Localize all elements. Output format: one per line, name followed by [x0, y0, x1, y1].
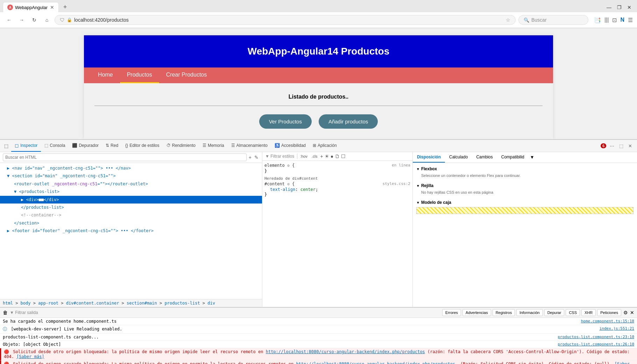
ver-productos-button[interactable]: Ver Productos	[259, 114, 312, 129]
home-button[interactable]: ⌂	[42, 15, 52, 25]
html-tree-line[interactable]: <!--container-->	[0, 211, 262, 219]
close-window-button[interactable]: ✕	[627, 5, 631, 10]
css-gear-icon[interactable]: ⚙	[287, 163, 290, 168]
console-registros-button[interactable]: Registros	[493, 309, 515, 316]
button-row: Ver Productos Añadir productos	[94, 114, 543, 129]
add-rule-icon[interactable]: +	[320, 154, 323, 159]
layout-tab-compatibilidad[interactable]: Compatibilid	[497, 152, 529, 163]
css-filter-label: ▼ Filtrar estilos	[265, 154, 294, 159]
console-line: ⓘ [webpack-dev-server] Live Reloading en…	[0, 325, 637, 334]
grid-description: No hay rejillas CSS en uso en esta págin…	[416, 190, 634, 194]
devtools-tab-almacenamiento[interactable]: ☰ Almacenamiento	[228, 140, 271, 151]
new-tab-button[interactable]: +	[60, 2, 70, 12]
grid-title[interactable]: ▼ Rejilla	[416, 183, 634, 188]
menu-icon[interactable]: ☰	[628, 17, 633, 23]
console-settings-icon[interactable]: ⚙	[623, 310, 628, 315]
devtools-main: + ✎ ▶ <nav id="nav" _ngcontent-cng-c51="…	[0, 152, 637, 307]
nav-crear-link[interactable]: Crear Productos	[159, 67, 214, 83]
html-tree-line[interactable]: <router-outlet _ngcontent-cng-c51=""></r…	[0, 180, 262, 188]
page-content: Listado de productos.. Ver Productos Aña…	[84, 83, 553, 139]
css-gear-content-icon[interactable]: ⚙	[287, 182, 290, 186]
reload-button[interactable]: ↻	[29, 15, 39, 25]
profile-icon[interactable]: N	[620, 17, 624, 23]
devtools-picker-icon[interactable]: ⬚	[1, 141, 11, 151]
console-trash-icon[interactable]: 🗑	[3, 310, 8, 315]
devtools-tab-editor[interactable]: {} Editor de estilos	[122, 140, 163, 151]
address-bar[interactable]: 🛡 🔒 localhost:4200/productos ☆	[55, 15, 516, 25]
box-model-title[interactable]: ▼ Modelo de caja	[416, 200, 634, 205]
console-peticiones-button[interactable]: Peticiones	[597, 309, 621, 316]
devtools-more-icon[interactable]: ⋯	[608, 143, 616, 149]
console-content: Se ha cargado el componente home.compone…	[0, 318, 637, 364]
devtools-tab-rendimiento[interactable]: ⏱ Rendimiento	[163, 140, 199, 151]
layout-tab-cambios[interactable]: Cambios	[472, 152, 497, 163]
html-tree-line[interactable]: </section>	[0, 219, 262, 227]
layout-tab-calculado[interactable]: Calculado	[445, 152, 472, 163]
add-node-icon[interactable]: +	[248, 154, 252, 161]
grid-arrow-icon: ▼	[416, 184, 420, 188]
bookmark-icon[interactable]: 📑	[594, 17, 601, 23]
devtools-tab-consola[interactable]: ⬚ Consola	[41, 140, 69, 151]
devtools-tab-aplicacion[interactable]: ⊞ Aplicación	[309, 140, 340, 151]
devtools-tab-depurador[interactable]: ⬛ Depurador	[69, 140, 102, 151]
devtools-tab-inspector[interactable]: ◻ Inspector	[11, 140, 41, 152]
moon-icon[interactable]: ●	[331, 154, 333, 159]
html-tree-line[interactable]: ▶ <nav id="nav" _ngcontent-cng-c51=""> •…	[0, 164, 262, 172]
console-source-link[interactable]: productos-list.component.ts:23:10	[558, 335, 634, 339]
css-hov-button[interactable]: :hov	[297, 154, 309, 159]
html-search-input[interactable]	[3, 154, 247, 161]
console-advertencias-button[interactable]: Advertencias	[462, 309, 491, 316]
page-color-icon[interactable]: 🗋	[335, 154, 340, 159]
nav-productos-link[interactable]: Productos	[120, 67, 159, 83]
maximize-button[interactable]: ❐	[617, 5, 622, 10]
tab-grid-icon[interactable]: ⊡	[612, 17, 617, 23]
nav-home-link[interactable]: Home	[91, 67, 120, 83]
html-tree-line-selected[interactable]: ▶ <div>■■</div>	[0, 196, 262, 204]
depurador-icon: ⬛	[72, 143, 77, 148]
flexbox-section: ▼ Flexbox Seleccione un contenedor o ele…	[416, 166, 634, 178]
layout-css-icon[interactable]: ☐	[341, 154, 346, 159]
css-cls-button[interactable]: .cls	[310, 154, 319, 159]
devtools-tab-memoria[interactable]: ☰ Memoria	[199, 140, 228, 151]
console-line: Objeto: [object Object] productos-list.c…	[0, 341, 637, 348]
tab-close-button[interactable]: ✕	[50, 5, 54, 10]
sidebar-icon[interactable]: |||	[604, 17, 609, 23]
html-tree-line[interactable]: </productos-list>	[0, 204, 262, 211]
back-button[interactable]: ←	[4, 15, 14, 25]
console-source-link[interactable]: index.js:551:21	[600, 326, 634, 331]
flexbox-title[interactable]: ▼ Flexbox	[416, 166, 634, 171]
bookmark-star-icon[interactable]: ☆	[506, 17, 510, 23]
devtools-tab-accesibilidad[interactable]: ♿ Accesibilidad	[271, 140, 309, 151]
console-errores-button[interactable]: Errores	[442, 309, 461, 316]
browser-tab[interactable]: A WebappAngular ✕	[3, 2, 59, 12]
pick-element-icon[interactable]: ✎	[254, 154, 259, 161]
minimize-button[interactable]: —	[607, 5, 611, 10]
browser-nav-icons: 📑 ||| ⊡ N ☰	[591, 17, 633, 23]
devtools-close-icon[interactable]: ✕	[627, 143, 634, 149]
forward-button[interactable]: →	[17, 15, 27, 25]
separator	[94, 106, 543, 106]
devtools-end-icons: 6 ⋯ ⬚ ✕	[599, 143, 636, 149]
console-close-icon[interactable]: ✕	[630, 310, 634, 315]
sun-icon[interactable]: ☀	[325, 154, 329, 159]
console-depurar-button[interactable]: Depurar	[544, 309, 565, 316]
page-header: WebApp-Angular14 Productos	[84, 35, 553, 67]
grid-section: ▼ Rejilla No hay rejillas CSS en uso en …	[416, 183, 634, 194]
css-inherited-label: Heredado de div#content	[264, 176, 410, 181]
console-xhr-button[interactable]: XHR	[581, 309, 596, 316]
console-toolbar: 🗑 ▼ Filtrar salida Errores Advertencias …	[0, 308, 637, 318]
devtools-layout-icon[interactable]: ⬚	[618, 143, 625, 149]
html-tree-line[interactable]: ▼ <section id="main" _ngcontent-cng-c51=…	[0, 172, 262, 180]
console-informacion-button[interactable]: Información	[516, 309, 543, 316]
html-tree-line[interactable]: ▼ <productos-list>	[0, 188, 262, 195]
layout-tab-more-icon[interactable]: ▼	[529, 152, 536, 163]
console-css-button[interactable]: CSS	[566, 309, 580, 316]
lock-icon: 🔒	[67, 17, 72, 22]
layout-tab-disposicion[interactable]: Disposición	[413, 152, 445, 163]
devtools-tab-red[interactable]: ⇅ Red	[102, 140, 122, 151]
search-bar[interactable]: 🔍 Buscar	[518, 15, 588, 25]
html-tree-line[interactable]: ▶ <footer id="footer" _ngcontent-cng-c51…	[0, 227, 262, 235]
añadir-productos-button[interactable]: Añadir productos	[319, 114, 378, 129]
console-source-link[interactable]: home.component.ts:15:10	[581, 319, 634, 323]
console-source-link[interactable]: productos-list.component.ts:26:10	[558, 342, 634, 347]
